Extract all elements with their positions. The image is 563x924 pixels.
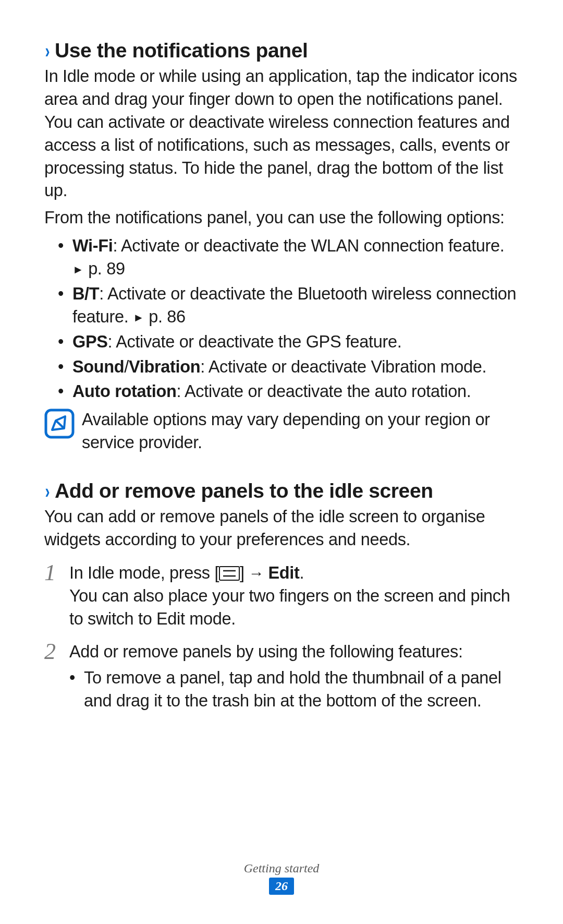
note-block: Available options may vary depending on … [44, 409, 519, 454]
chevron-icon: › [45, 41, 50, 62]
document-page: › Use the notifications panel In Idle mo… [0, 0, 563, 713]
triangle-icon: ► [133, 311, 144, 324]
chevron-icon: › [45, 481, 50, 502]
option-text: : Activate or deactivate Vibration mode. [200, 357, 486, 376]
step-number: 2 [44, 640, 60, 663]
page-footer: Getting started 26 [0, 861, 563, 895]
option-label-rotation: Auto rotation [72, 382, 176, 401]
list-item: Auto rotation: Activate or deactivate th… [58, 380, 519, 403]
option-label-sound: Sound [72, 357, 124, 376]
sub-bullet-list: To remove a panel, tap and hold the thum… [69, 667, 519, 713]
step-body: In Idle mode, press [ ] → Edit. You can … [69, 562, 519, 631]
section-title: Use the notifications panel [55, 39, 308, 62]
list-item: To remove a panel, tap and hold the thum… [69, 667, 519, 713]
step-number: 1 [44, 561, 60, 584]
svg-rect-2 [219, 567, 239, 580]
lead-paragraph: From the notifications panel, you can us… [44, 207, 519, 230]
arrow-icon: → [244, 565, 268, 582]
option-label-vibration: Vibration [129, 357, 200, 376]
section-heading-notifications: › Use the notifications panel [44, 39, 519, 62]
triangle-icon: ► [72, 263, 83, 276]
step-body-2: You can also place your two fingers on t… [69, 585, 519, 631]
options-list: Wi-Fi: Activate or deactivate the WLAN c… [44, 235, 519, 403]
step-lead: Add or remove panels by using the follow… [69, 641, 519, 664]
edit-label: Edit [268, 563, 299, 582]
option-text: : Activate or deactivate the auto rotati… [176, 382, 471, 401]
option-text: : Activate or deactivate the GPS feature… [108, 332, 402, 351]
step-bracket-close: ] [240, 563, 244, 582]
option-text: : Activate or deactivate the WLAN connec… [113, 236, 504, 255]
svg-line-1 [56, 421, 64, 428]
note-icon [44, 409, 75, 439]
step-2: 2 Add or remove panels by using the foll… [44, 641, 519, 713]
list-item: Sound/Vibration: Activate or deactivate … [58, 356, 519, 379]
intro-paragraph: In Idle mode or while using an applicati… [44, 65, 519, 202]
page-number-badge: 26 [269, 878, 294, 895]
section-heading-panels: › Add or remove panels to the idle scree… [44, 479, 519, 502]
page-ref: p. 86 [149, 307, 186, 326]
menu-key-icon [219, 566, 240, 581]
option-label-gps: GPS [72, 332, 108, 351]
note-text: Available options may vary depending on … [82, 409, 519, 454]
step-1: 1 In Idle mode, press [ ] → Edit. You ca… [44, 562, 519, 631]
list-item: B/T: Activate or deactivate the Bluetoot… [58, 283, 519, 329]
step-text-after: . [299, 563, 304, 582]
list-item: GPS: Activate or deactivate the GPS feat… [58, 331, 519, 354]
section-title: Add or remove panels to the idle screen [55, 479, 433, 502]
list-item: Wi-Fi: Activate or deactivate the WLAN c… [58, 235, 519, 281]
option-label-bt: B/T [72, 284, 99, 303]
intro-paragraph: You can add or remove panels of the idle… [44, 506, 519, 551]
page-ref: p. 89 [88, 259, 125, 278]
option-label-wifi: Wi-Fi [72, 236, 113, 255]
step-body: Add or remove panels by using the follow… [69, 641, 519, 713]
separator: / [124, 357, 129, 376]
footer-section-name: Getting started [0, 861, 563, 875]
step-text-prefix: In Idle mode, press [ [69, 563, 219, 582]
